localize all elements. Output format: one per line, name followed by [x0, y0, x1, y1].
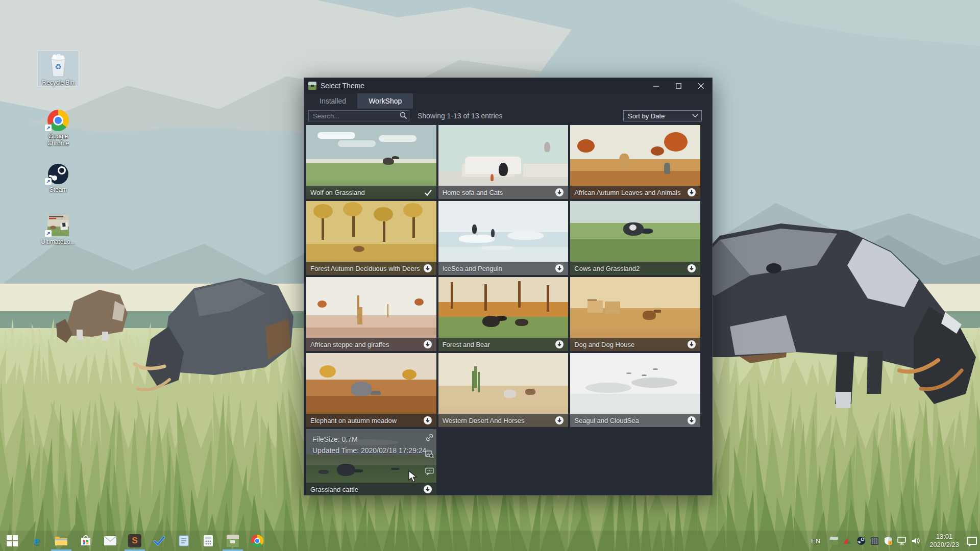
desktop-icon-ultimate-low-poly[interactable]: ↗ UltimateLo... — [38, 210, 79, 245]
file-explorer-icon — [55, 535, 68, 546]
theme-title: IceSea and Penguin — [443, 265, 555, 272]
theme-tile[interactable]: African steppe and giraffes — [306, 277, 436, 351]
tray-volume-icon[interactable] — [912, 537, 922, 545]
tray-grid-icon[interactable] — [870, 537, 879, 545]
language-indicator[interactable]: EN — [806, 537, 825, 545]
theme-tile[interactable]: Forest and Bear — [438, 277, 569, 351]
close-button[interactable] — [690, 78, 712, 93]
theme-title: Seagul and CloudSea — [574, 417, 687, 424]
s-app-icon: S — [128, 534, 141, 547]
svg-text:!: ! — [890, 541, 891, 544]
theme-tile[interactable]: Seagul and CloudSea — [570, 353, 700, 427]
taskbar: e S EN — [0, 531, 980, 551]
download-icon[interactable] — [555, 188, 564, 197]
tab-workshop[interactable]: WorkShop — [357, 93, 413, 109]
theme-tile[interactable]: Forest Autumn Deciduous with Deers — [306, 201, 436, 275]
theme-tile-selected[interactable]: FileSize: 0.7M Updated Time: 2020/02/18 … — [306, 429, 436, 495]
desktop-icon-label: Recycle Bin — [38, 79, 79, 86]
shortcut-arrow-icon: ↗ — [45, 230, 52, 237]
theme-tile[interactable]: Home sofa and Cats — [438, 125, 569, 199]
theme-tile[interactable]: African Autumn Leaves and Animals — [570, 125, 700, 199]
taskbar-wallpaper-app[interactable]: S — [122, 531, 147, 551]
tab-bar: Installed WorkShop — [304, 93, 712, 109]
search-input[interactable] — [308, 110, 409, 121]
search-icon[interactable] — [400, 112, 407, 119]
download-icon[interactable] — [555, 416, 564, 425]
mail-icon — [104, 536, 117, 546]
todo-check-icon — [153, 535, 165, 547]
windows-logo-icon — [7, 535, 18, 546]
desktop-icon-recycle-bin[interactable]: ♻ Recycle Bin — [38, 51, 79, 86]
download-icon[interactable] — [555, 340, 564, 349]
theme-title: African steppe and giraffes — [310, 341, 423, 348]
theme-tile[interactable]: Cows and Grassland2 — [570, 201, 700, 275]
theme-tile[interactable]: Elephant on autumn meadow — [306, 353, 436, 427]
download-icon[interactable] — [423, 485, 432, 494]
comment-icon[interactable] — [425, 467, 434, 475]
sort-label: Sort by Date — [628, 112, 665, 120]
desktop: ♻ Recycle Bin ↗ Google Chrome ↗ Steam — [0, 0, 980, 551]
action-center-icon[interactable] — [967, 537, 977, 545]
preview-image-icon[interactable] — [425, 450, 434, 459]
chevron-down-icon — [692, 114, 698, 118]
start-button[interactable] — [0, 531, 24, 551]
taskbar-notepad[interactable] — [172, 531, 196, 551]
taskbar-clock[interactable]: 13:01 2020/2/23 — [926, 533, 962, 549]
tray-network-icon[interactable] — [897, 537, 907, 545]
recycle-bin-icon: ♻ — [38, 51, 79, 78]
taskbar-mail[interactable] — [98, 531, 122, 551]
steam-icon: ↗ — [38, 158, 79, 185]
taskbar-todo[interactable] — [147, 531, 172, 551]
download-icon[interactable] — [687, 340, 696, 349]
taskbar-file-explorer[interactable] — [49, 531, 74, 551]
svg-text:♻: ♻ — [55, 62, 61, 71]
desktop-icon-label: UltimateLo... — [38, 238, 79, 245]
theme-updated-time: Updated Time: 2020/02/18 17:29:24 — [312, 445, 430, 456]
chrome-icon — [251, 535, 263, 547]
link-icon[interactable] — [425, 433, 434, 442]
theme-title: Forest Autumn Deciduous with Deers — [310, 265, 423, 272]
download-icon[interactable] — [687, 416, 696, 425]
taskbar-chrome[interactable] — [245, 531, 270, 551]
download-icon[interactable] — [423, 416, 432, 425]
taskbar-calculator[interactable] — [196, 531, 220, 551]
download-icon[interactable] — [555, 264, 564, 273]
download-icon[interactable] — [687, 264, 696, 273]
theme-tile[interactable]: Wolf on Grassland — [306, 125, 436, 199]
theme-tile[interactable]: IceSea and Penguin — [438, 201, 569, 275]
download-icon[interactable] — [423, 264, 432, 273]
window-titlebar[interactable]: Select Theme — [304, 78, 712, 93]
taskbar-store[interactable] — [74, 531, 98, 551]
desktop-icon-google-chrome[interactable]: ↗ Google Chrome — [38, 105, 79, 147]
chrome-icon: ↗ — [38, 105, 79, 131]
maximize-button[interactable] — [667, 78, 690, 93]
download-icon[interactable] — [687, 188, 696, 197]
search-box — [308, 110, 409, 121]
desktop-icon-steam[interactable]: ↗ Steam — [38, 158, 79, 193]
notepad-icon — [178, 535, 189, 547]
theme-tile[interactable]: Dog and Dog House — [570, 277, 700, 351]
tab-installed[interactable]: Installed — [308, 93, 357, 109]
tray-triangle-icon[interactable] — [843, 537, 852, 545]
theme-tile[interactable]: Western Desert And Horses — [438, 353, 569, 427]
taskbar-lowpoly-app[interactable] — [220, 531, 245, 551]
theme-title: Elephant on autumn meadow — [310, 417, 423, 424]
desktop-icon-label: Google Chrome — [38, 133, 79, 147]
theme-title: Wolf on Grassland — [310, 189, 424, 196]
tray-steam-icon[interactable] — [856, 536, 866, 545]
window-title: Select Theme — [321, 82, 364, 90]
sort-dropdown[interactable]: Sort by Date — [623, 110, 702, 121]
taskbar-edge[interactable]: e — [24, 531, 49, 551]
minimize-button[interactable] — [645, 78, 667, 93]
tray-wallpaper-icon[interactable] — [830, 537, 838, 545]
download-icon[interactable] — [423, 340, 432, 349]
toolbar: Showing 1-13 of 13 entries Sort by Date — [304, 109, 712, 123]
tray-defender-icon[interactable]: ! — [884, 536, 893, 545]
shortcut-arrow-icon: ↗ — [45, 124, 52, 131]
installed-check-icon — [424, 188, 432, 197]
select-theme-window: Select Theme Installed WorkShop — [304, 78, 713, 495]
theme-title: Forest and Bear — [443, 341, 555, 348]
edge-icon: e — [34, 533, 40, 548]
desktop-icon-label: Steam — [38, 186, 79, 193]
theme-title: Dog and Dog House — [574, 341, 687, 348]
